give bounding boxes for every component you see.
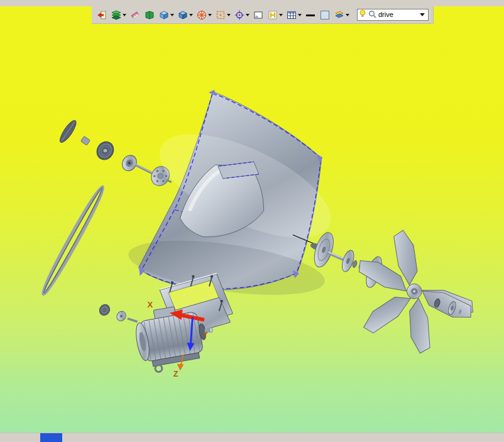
motor-pulley-parts[interactable] bbox=[97, 302, 137, 323]
selection-box-icon[interactable] bbox=[215, 9, 226, 21]
dropdown-caret[interactable] bbox=[227, 14, 231, 16]
color-wheel-icon[interactable] bbox=[196, 9, 207, 21]
lightbulb-icon bbox=[359, 9, 366, 21]
app-window: X Y Z bbox=[0, 0, 504, 442]
layers-icon[interactable] bbox=[111, 9, 122, 21]
notebook-icon[interactable] bbox=[144, 9, 155, 21]
color-swatch-icon[interactable] bbox=[319, 9, 331, 21]
dropdown-caret[interactable] bbox=[123, 14, 126, 16]
taskbar-button[interactable] bbox=[40, 433, 62, 442]
axis-label-z: Z bbox=[173, 369, 178, 378]
chevron-down-icon bbox=[420, 13, 425, 16]
display-style-icon[interactable] bbox=[334, 9, 345, 21]
dropdown-caret[interactable] bbox=[298, 14, 302, 16]
search-combobox[interactable]: drive bbox=[357, 9, 429, 21]
viewport-icon[interactable] bbox=[253, 9, 264, 21]
model-canvas[interactable]: X Y Z bbox=[0, 6, 504, 433]
magnifier-icon bbox=[368, 9, 376, 21]
combobox-dropdown-button[interactable] bbox=[418, 9, 427, 20]
belt-part[interactable] bbox=[40, 185, 107, 296]
axis-label-y: Y bbox=[202, 330, 208, 340]
dropdown-caret[interactable] bbox=[246, 14, 249, 16]
dropdown-caret[interactable] bbox=[189, 14, 193, 16]
axis-label-x: X bbox=[147, 300, 153, 309]
dropdown-caret[interactable] bbox=[346, 14, 349, 16]
eraser-icon[interactable] bbox=[129, 9, 141, 21]
dropdown-caret[interactable] bbox=[208, 14, 212, 16]
propeller-part[interactable] bbox=[354, 229, 476, 355]
target-icon[interactable] bbox=[234, 9, 245, 21]
status-bar bbox=[0, 433, 504, 442]
line-weight-icon[interactable] bbox=[305, 9, 316, 21]
viewport-3d[interactable]: X Y Z bbox=[0, 6, 504, 433]
dropdown-caret[interactable] bbox=[170, 14, 174, 16]
search-value[interactable]: drive bbox=[378, 9, 393, 20]
main-toolbar: drive bbox=[92, 6, 434, 24]
hatch-icon[interactable] bbox=[267, 9, 278, 21]
dropdown-caret[interactable] bbox=[279, 14, 283, 16]
table-icon[interactable] bbox=[286, 9, 297, 21]
shaded-cube-icon[interactable] bbox=[158, 9, 170, 21]
exit-sketch-icon[interactable] bbox=[96, 9, 107, 21]
idler-pulley-train-part[interactable] bbox=[57, 118, 173, 189]
view-orientation-cube-icon[interactable] bbox=[177, 9, 189, 21]
